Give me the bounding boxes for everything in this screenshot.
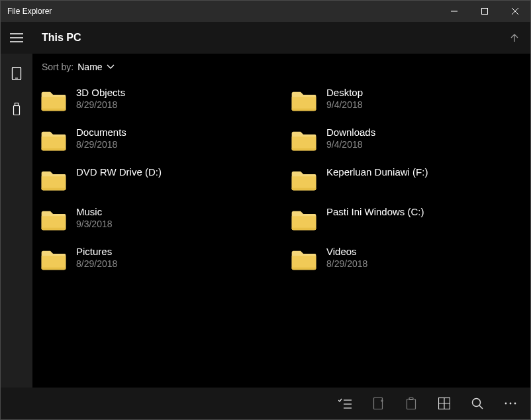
folder-item[interactable]: 3D Objects 8/29/2018	[38, 83, 275, 117]
close-icon	[512, 8, 518, 15]
folder-item[interactable]: DVD RW Drive (D:)	[38, 162, 275, 197]
close-button[interactable]	[500, 1, 530, 22]
svg-rect-4	[14, 106, 20, 115]
command-bar	[1, 388, 530, 419]
body: Sort by: Name 3D Objects 8/29/2018 Deskt…	[1, 54, 530, 388]
folder-item[interactable]: Videos 8/29/2018	[288, 242, 525, 276]
sidebar	[1, 54, 32, 388]
grid-layout-icon	[438, 397, 450, 409]
folder-item[interactable]: Pasti Ini Windows (C:)	[288, 202, 525, 236]
item-name: Music	[76, 206, 113, 217]
folder-item[interactable]: Pictures 8/29/2018	[38, 242, 275, 276]
window-title: File Explorer	[7, 7, 52, 16]
layout-button[interactable]	[428, 388, 460, 419]
titlebar: File Explorer	[1, 1, 530, 22]
folder-icon	[291, 168, 317, 194]
folder-item[interactable]: Downloads 9/4/2018	[288, 123, 525, 157]
item-name: Pictures	[76, 246, 117, 257]
item-name: Videos	[326, 246, 367, 257]
item-name: Pasti Ini Windows (C:)	[326, 206, 424, 217]
folder-item[interactable]: Keperluan Duniawi (F:)	[288, 162, 525, 197]
chevron-down-icon	[107, 64, 115, 70]
items-grid: 3D Objects 8/29/2018 Desktop 9/4/2018 Do…	[32, 80, 530, 388]
search-icon	[471, 397, 483, 409]
item-date: 9/4/2018	[326, 99, 363, 110]
item-name: DVD RW Drive (D:)	[76, 166, 162, 178]
sort-by-value: Name	[77, 62, 102, 72]
folder-icon	[40, 128, 67, 154]
svg-point-10	[505, 403, 507, 405]
item-date: 9/3/2018	[76, 219, 113, 229]
sort-by-label: Sort by:	[42, 62, 73, 72]
svg-point-11	[510, 403, 512, 405]
sidebar-item-usb[interactable]	[1, 99, 32, 120]
folder-item[interactable]: Desktop 9/4/2018	[288, 83, 525, 117]
item-date: 9/4/2018	[326, 139, 375, 150]
item-name: Downloads	[326, 127, 375, 138]
new-button[interactable]	[362, 388, 394, 419]
folder-icon	[40, 88, 67, 115]
menu-button[interactable]	[1, 22, 32, 54]
item-name: Desktop	[326, 87, 363, 98]
hamburger-icon	[10, 33, 23, 42]
folder-item[interactable]: Documents 8/29/2018	[38, 123, 275, 157]
svg-point-12	[514, 403, 516, 405]
svg-rect-5	[374, 398, 383, 409]
item-name: 3D Objects	[76, 87, 125, 98]
tablet-icon	[11, 67, 22, 80]
folder-icon	[40, 247, 67, 274]
folder-icon	[291, 128, 317, 154]
maximize-button[interactable]	[469, 1, 500, 22]
item-date: 8/29/2018	[76, 139, 126, 150]
svg-rect-3	[15, 103, 19, 106]
more-button[interactable]	[495, 388, 526, 419]
paste-button[interactable]	[395, 388, 427, 419]
svg-rect-2	[15, 78, 18, 79]
svg-rect-0	[482, 9, 488, 15]
item-date: 8/29/2018	[76, 258, 117, 269]
arrow-up-icon	[509, 32, 520, 43]
folder-icon	[40, 207, 67, 234]
location-title: This PC	[32, 22, 499, 54]
folder-icon	[291, 247, 317, 274]
checklist-icon	[338, 398, 352, 409]
svg-point-9	[473, 399, 481, 407]
minimize-icon	[451, 8, 458, 15]
main-content: Sort by: Name 3D Objects 8/29/2018 Deskt…	[32, 54, 530, 388]
new-item-icon	[372, 397, 384, 409]
sidebar-item-tablet[interactable]	[1, 63, 32, 84]
folder-item[interactable]: Music 9/3/2018	[38, 202, 275, 236]
usb-drive-icon	[13, 103, 21, 116]
item-date: 8/29/2018	[76, 99, 125, 110]
select-button[interactable]	[329, 388, 361, 419]
more-icon	[505, 402, 516, 405]
sort-by-dropdown[interactable]: Name	[77, 62, 114, 72]
svg-rect-6	[407, 399, 416, 409]
up-button[interactable]	[499, 22, 530, 54]
item-name: Documents	[76, 127, 126, 138]
item-date: 8/29/2018	[326, 258, 367, 269]
folder-icon	[40, 168, 67, 194]
search-button[interactable]	[461, 388, 493, 419]
sort-bar: Sort by: Name	[32, 54, 530, 80]
folder-icon	[291, 207, 317, 234]
clipboard-icon	[406, 397, 416, 409]
minimize-button[interactable]	[439, 1, 469, 22]
maximize-icon	[481, 8, 488, 15]
header: This PC	[1, 22, 530, 54]
item-name: Keperluan Duniawi (F:)	[326, 166, 428, 178]
file-explorer-window: File Explorer This PC	[0, 0, 531, 420]
folder-icon	[291, 88, 317, 115]
